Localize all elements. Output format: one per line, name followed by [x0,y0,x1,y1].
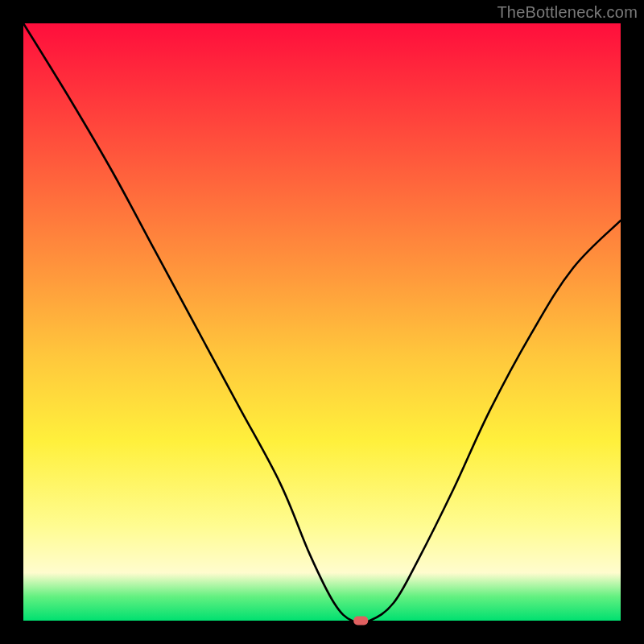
plot-area [23,23,621,621]
curve-path [23,23,621,623]
watermark-label: TheBottleneck.com [497,3,638,22]
bottleneck-curve [23,23,621,621]
chart-frame: TheBottleneck.com [0,0,644,644]
minimum-marker [353,617,368,625]
